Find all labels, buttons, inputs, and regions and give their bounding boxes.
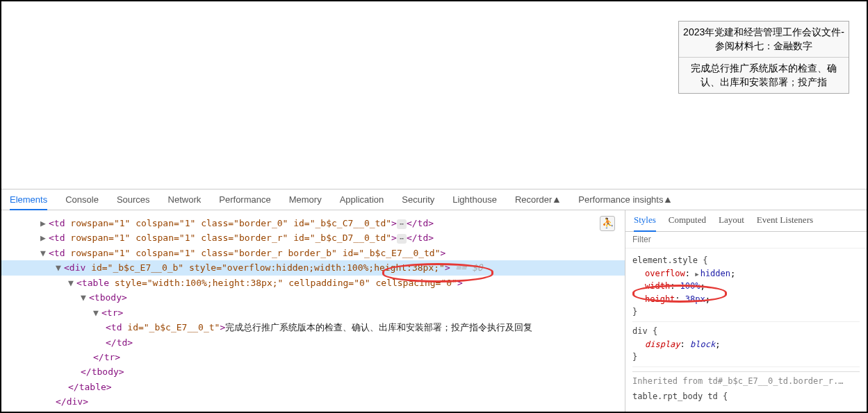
tab-recorder[interactable]: Recorder⯅ <box>515 190 560 209</box>
rule-selector[interactable]: element.style { <box>632 254 860 267</box>
dom-node[interactable]: </tr> <box>1 350 625 364</box>
tooltip-row: 2023年党建和经营管理工作会议文件-参阅材料七：金融数字 <box>679 22 849 58</box>
tab-security[interactable]: Security <box>402 190 434 209</box>
styles-tab-layout[interactable]: Layout <box>719 214 744 228</box>
styles-filter[interactable] <box>625 232 867 248</box>
styles-panel: Styles Computed Layout Event Listeners e… <box>625 210 867 413</box>
styles-tabbar: Styles Computed Layout Event Listeners <box>625 210 867 232</box>
dom-tree[interactable]: ⛹ ▶<td rowspan="1" colspan="1" class="bo… <box>1 210 625 413</box>
tab-lighthouse[interactable]: Lighthouse <box>452 190 497 209</box>
styles-tab-eventlisteners[interactable]: Event Listeners <box>757 214 813 228</box>
expand-icon[interactable]: ▶ <box>695 270 698 280</box>
tab-memory[interactable]: Memory <box>289 190 322 209</box>
dom-node[interactable]: </td> <box>1 335 625 350</box>
tab-console[interactable]: Console <box>65 190 99 209</box>
dom-node-selected[interactable]: ▼<div id="_b$c_E7__0_b" style="overflow:… <box>1 260 625 275</box>
css-rules[interactable]: element.style { overflow: ▶hidden; width… <box>625 248 867 413</box>
tooltip-row: 完成总行推广系统版本的检查、确认、出库和安装部署；投产指 <box>679 58 849 93</box>
dom-node[interactable]: ▶<td rowspan="1" colspan="1" class="bord… <box>1 216 625 230</box>
styles-tab-styles[interactable]: Styles <box>634 214 656 232</box>
css-property[interactable]: width: 100%; <box>632 280 860 293</box>
dom-node[interactable]: ▼<td rowspan="1" colspan="1" class="bord… <box>1 246 625 260</box>
css-property[interactable]: display: block; <box>632 338 860 351</box>
tab-sources[interactable]: Sources <box>117 190 150 209</box>
flask-icon: ⯅ <box>664 196 671 204</box>
tab-application[interactable]: Application <box>340 190 384 209</box>
dom-node[interactable]: </table> <box>1 380 625 394</box>
inherited-from[interactable]: Inherited from td#_b$c_E7__0_td.border_r… <box>632 371 860 388</box>
dom-node[interactable]: ▼<tbody> <box>1 290 625 305</box>
dom-node[interactable]: ▼<tr> <box>1 305 625 320</box>
devtools-panels: ⛹ ▶<td rowspan="1" colspan="1" class="bo… <box>1 210 867 413</box>
ellipsis-icon[interactable]: ⋯ <box>397 219 407 229</box>
rule-selector[interactable]: table.rpt_body td { <box>632 390 860 403</box>
dom-node[interactable]: </div> <box>1 394 625 409</box>
dom-node[interactable]: ▶<td rowspan="1" colspan="1" class="bord… <box>1 230 625 245</box>
devtools: Elements Console Sources Network Perform… <box>1 189 867 413</box>
styles-tab-computed[interactable]: Computed <box>669 214 706 228</box>
dom-node[interactable]: </tbody> <box>1 364 625 379</box>
accessibility-icon[interactable]: ⛹ <box>600 216 615 231</box>
dom-node[interactable]: <td id="_b$c_E7__0_t">完成总行推广系统版本的检查、确认、出… <box>1 320 625 335</box>
tab-performance[interactable]: Performance <box>219 190 270 209</box>
css-property[interactable]: overflow: ▶hidden; <box>632 267 860 280</box>
page-preview: 2023年党建和经营管理工作会议文件-参阅材料七：金融数字 完成总行推广系统版本… <box>1 1 867 189</box>
dom-node[interactable]: ▼<table style="width:100%;height:38px;" … <box>1 276 625 290</box>
selection-marker: == $0 <box>450 262 483 273</box>
flask-icon: ⯅ <box>553 196 560 204</box>
tab-elements[interactable]: Elements <box>10 190 47 210</box>
ellipsis-icon[interactable]: ⋯ <box>397 234 407 244</box>
devtools-tabbar: Elements Console Sources Network Perform… <box>1 189 867 210</box>
tab-network[interactable]: Network <box>168 190 202 209</box>
preview-tooltip: 2023年党建和经营管理工作会议文件-参阅材料七：金融数字 完成总行推广系统版本… <box>678 21 849 94</box>
rule-selector[interactable]: div { <box>632 325 860 338</box>
tab-perf-insights[interactable]: Performance insights⯅ <box>578 190 671 209</box>
filter-input[interactable] <box>632 235 860 244</box>
css-property[interactable]: height: 38px; <box>632 293 860 306</box>
